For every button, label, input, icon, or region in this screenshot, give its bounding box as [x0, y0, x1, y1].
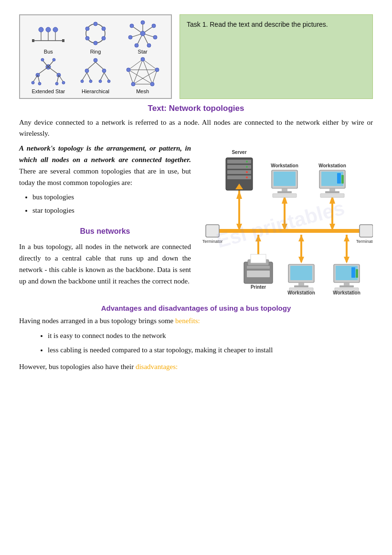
svg-rect-100 — [282, 188, 287, 191]
svg-marker-135 — [344, 257, 350, 263]
bus-networks-title: Bus networks — [19, 225, 191, 238]
svg-line-66 — [133, 70, 157, 84]
adv-title: Advantages and disadvantages of using a … — [19, 304, 373, 312]
benefits-list: it is easy to connect nodes to the netwo… — [48, 328, 373, 357]
svg-point-15 — [85, 27, 89, 31]
svg-point-73 — [150, 82, 154, 86]
svg-rect-112 — [325, 191, 339, 193]
svg-line-34 — [33, 75, 38, 82]
svg-rect-119 — [247, 266, 270, 269]
svg-text:Workstation: Workstation — [333, 290, 360, 295]
svg-line-53 — [82, 73, 87, 80]
svg-point-10 — [94, 22, 97, 26]
disadvantages-intro-text: However, bus topologies also have their — [19, 363, 136, 370]
svg-point-60 — [107, 80, 110, 83]
extended-star-topology-icon: Extended Star — [25, 56, 72, 94]
star-label: Star — [138, 49, 148, 54]
svg-marker-126 — [298, 257, 304, 263]
svg-line-69 — [128, 70, 152, 84]
svg-point-29 — [128, 35, 132, 39]
svg-line-50 — [95, 62, 104, 70]
svg-point-2 — [39, 27, 43, 32]
svg-point-30 — [130, 24, 134, 28]
text-title: Text: Network topologies — [19, 104, 373, 113]
svg-rect-8 — [62, 39, 64, 42]
svg-marker-83 — [236, 190, 242, 199]
svg-rect-102 — [273, 194, 297, 197]
svg-point-51 — [85, 69, 89, 73]
svg-point-89 — [246, 161, 248, 163]
svg-rect-130 — [294, 285, 308, 287]
svg-rect-120 — [247, 271, 270, 277]
svg-rect-141 — [339, 285, 354, 287]
svg-rect-138 — [351, 267, 355, 278]
svg-text:Printer: Printer — [250, 284, 265, 290]
svg-point-6 — [53, 27, 58, 32]
svg-point-90 — [246, 166, 248, 168]
bus-label: Bus — [44, 49, 53, 54]
advantages-section: Advantages and disadvantages of using a … — [19, 304, 373, 372]
topology-bullets: bus topologies star topologies — [32, 190, 191, 218]
benefit-item-1: it is easy to connect nodes to the netwo… — [48, 328, 373, 343]
svg-line-54 — [87, 73, 91, 80]
svg-point-48 — [94, 58, 97, 62]
svg-point-92 — [246, 176, 248, 178]
svg-text:Workstation: Workstation — [318, 163, 346, 168]
svg-rect-101 — [277, 191, 292, 193]
svg-line-70 — [128, 70, 133, 84]
svg-point-91 — [246, 171, 248, 173]
svg-point-11 — [102, 27, 106, 31]
svg-rect-99 — [274, 172, 296, 186]
svg-line-42 — [59, 75, 64, 82]
svg-point-4 — [46, 27, 51, 32]
benefit-item-2: less cabling is needed compared to a sta… — [48, 343, 373, 357]
svg-point-75 — [127, 68, 130, 72]
svg-point-58 — [89, 80, 92, 83]
svg-text:Server: Server — [232, 150, 246, 155]
main-content-section: A network's topology is the arrangement,… — [19, 142, 373, 295]
svg-line-32 — [38, 67, 48, 75]
svg-point-45 — [41, 58, 44, 61]
bullet-star: star topologies — [32, 204, 191, 218]
bullet-bus: bus topologies — [32, 190, 191, 204]
svg-point-13 — [94, 41, 97, 45]
svg-point-14 — [85, 36, 89, 40]
bus-topology-icon: Bus — [25, 19, 72, 54]
topology-image-box: Bus Ring — [19, 14, 172, 99]
task-box: Task 1. Read the text and describe the p… — [180, 14, 373, 99]
star-topology-icon: Star — [119, 19, 166, 54]
svg-point-37 — [38, 82, 41, 85]
svg-marker-125 — [298, 235, 304, 241]
svg-point-23 — [140, 31, 145, 36]
svg-rect-122 — [251, 254, 266, 263]
intro-p1: Any device connected to a network is ref… — [19, 119, 373, 137]
disadvantages-link: disadvantages: — [136, 363, 178, 370]
italic-text: A network's topology is the arrangement,… — [19, 144, 191, 163]
svg-point-12 — [102, 36, 106, 40]
svg-rect-139 — [356, 269, 358, 278]
svg-line-38 — [48, 67, 59, 75]
svg-line-46 — [48, 60, 54, 67]
svg-text:Workstation: Workstation — [271, 163, 298, 168]
benefits-link: benefits: — [175, 317, 200, 325]
svg-line-49 — [87, 62, 95, 70]
svg-point-57 — [81, 80, 84, 83]
svg-marker-134 — [344, 235, 350, 241]
disadvantages-intro-para: However, bus topologies also have their … — [19, 361, 373, 372]
mesh-topology-icon: Mesh — [119, 56, 166, 94]
svg-point-28 — [135, 44, 138, 47]
svg-rect-140 — [344, 283, 350, 285]
ring-label: Ring — [90, 49, 101, 54]
intro-paragraph-1: Any device connected to a network is ref… — [19, 117, 373, 140]
svg-point-27 — [147, 44, 151, 47]
svg-rect-79 — [360, 225, 373, 237]
svg-point-43 — [62, 81, 65, 84]
svg-line-44 — [42, 60, 48, 67]
bus-network-diagram: Terminator Terminator — [196, 147, 373, 295]
hierarchical-label: Hierarchical — [82, 88, 109, 94]
svg-rect-7 — [32, 39, 34, 42]
mesh-label: Mesh — [136, 88, 149, 94]
svg-point-72 — [155, 68, 159, 72]
svg-point-71 — [141, 57, 145, 61]
svg-point-9 — [86, 24, 105, 43]
